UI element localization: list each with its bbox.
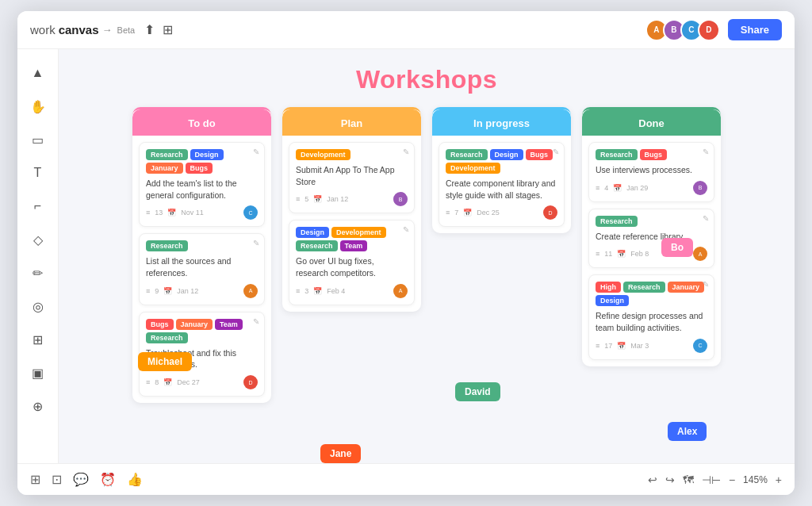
zoom-out-icon[interactable]: − — [729, 473, 735, 486]
card-text: Create reference library. — [596, 231, 707, 243]
date-icon: 📅 — [163, 287, 172, 295]
kanban-board: To do ✎ Research Design January Bugs Add — [117, 107, 737, 463]
tool-grid[interactable]: ⊞ — [24, 325, 52, 354]
header: workcanvas → Beta ⬆ ⊞ A B C D Share — [17, 11, 795, 49]
count: 7 — [454, 209, 458, 217]
card-edit-icon[interactable]: ✎ — [253, 239, 259, 247]
like-icon[interactable]: 👍 — [127, 472, 143, 487]
tag-design: Design — [190, 149, 224, 160]
card-edit-icon[interactable]: ✎ — [253, 148, 259, 156]
tool-line[interactable]: ⌐ — [24, 192, 52, 220]
card-avatar: D — [543, 205, 557, 220]
grid-tool-icon[interactable]: ⊞ — [30, 472, 40, 487]
card[interactable]: ✎ High Research January Design Refine de… — [588, 274, 714, 359]
bottom-right-tools: ↩ ↪ 🗺 ⊣⊢ − 145% + — [648, 473, 782, 486]
card-tags: Research — [596, 216, 707, 227]
card-tags: Design Development Research Team — [296, 227, 408, 251]
card-avatar: A — [693, 247, 707, 261]
tag-bugs: Bugs — [526, 149, 553, 160]
lines-icon: ≡ — [146, 378, 150, 386]
card[interactable]: ✎ Research Design January Bugs Add the t… — [139, 142, 265, 227]
card-edit-icon[interactable]: ✎ — [403, 225, 409, 234]
tool-pointer[interactable]: ▲ — [24, 59, 52, 87]
left-toolbar: ▲ ✋ ▭ T ⌐ ◇ ✏ ◎ ⊞ ▣ ⊕ — [17, 49, 59, 463]
card[interactable]: ✎ Research Design Bugs Development Creat… — [439, 142, 565, 227]
tag-bugs: Bugs — [640, 149, 668, 160]
date-icon: 📅 — [313, 287, 322, 295]
card-avatar: A — [393, 284, 408, 298]
header-icons: ⬆ ⊞ — [144, 22, 173, 37]
redo-icon[interactable]: ↪ — [665, 473, 675, 486]
card[interactable]: ✎ Research Create reference library. ≡ 1… — [588, 209, 714, 269]
tag-bugs: Bugs — [186, 163, 213, 174]
tag-january: January — [146, 163, 183, 174]
tool-diamond[interactable]: ◇ — [24, 225, 52, 254]
card-tags: Research Bugs — [596, 149, 707, 160]
tag-development: Development — [296, 149, 350, 160]
date: Jan 12 — [177, 287, 198, 295]
present-icon[interactable]: ⊡ — [52, 472, 62, 487]
count: 9 — [155, 287, 159, 295]
map-icon[interactable]: 🗺 — [683, 473, 694, 486]
card-edit-icon[interactable]: ✎ — [253, 317, 259, 326]
lines-icon: ≡ — [296, 287, 300, 295]
count: 17 — [604, 342, 612, 350]
tool-rectangle[interactable]: ▭ — [24, 125, 52, 154]
date: Mar 3 — [630, 342, 649, 350]
date-icon: 📅 — [617, 250, 626, 258]
card-text: Troubleshoot and fix this month's bugs. — [146, 347, 258, 370]
timer-icon[interactable]: ⏰ — [100, 472, 116, 487]
user-avatars: A B C D — [645, 19, 720, 41]
count: 3 — [304, 287, 308, 295]
card-edit-icon[interactable]: ✎ — [703, 214, 709, 223]
card-text: Submit An App To The App Store — [296, 164, 408, 187]
column-inprogress: In progress ✎ Research Design Bugs Devel… — [432, 107, 571, 233]
upload-icon[interactable]: ⬆ — [144, 22, 155, 37]
date: Nov 11 — [181, 209, 204, 217]
bottom-left-tools: ⊞ ⊡ 💬 ⏰ 👍 — [30, 472, 143, 487]
tool-add[interactable]: ⊕ — [24, 392, 52, 420]
undo-icon[interactable]: ↩ — [648, 473, 657, 486]
card-avatar: B — [393, 192, 408, 206]
tool-pen[interactable]: ✏ — [24, 259, 52, 287]
tool-hand[interactable]: ✋ — [24, 92, 52, 121]
lines-icon: ≡ — [446, 209, 450, 217]
date-icon: 📅 — [463, 209, 472, 217]
lines-icon: ≡ — [596, 342, 599, 350]
tool-image[interactable]: ▣ — [24, 358, 52, 387]
col-plan-body: ✎ Development Submit An App To The App S… — [282, 136, 421, 312]
card[interactable]: ✎ Design Development Research Team Go ov… — [289, 220, 415, 305]
logo-beta-text: Beta — [117, 25, 136, 35]
date-icon: 📅 — [313, 195, 322, 203]
fit-icon[interactable]: ⊣⊢ — [702, 473, 721, 486]
lines-icon: ≡ — [596, 184, 599, 192]
card-text: Add the team's list to the general confi… — [146, 178, 258, 201]
tag-research: Research — [596, 216, 638, 227]
zoom-in-icon[interactable]: + — [776, 473, 782, 486]
card[interactable]: ✎ Development Submit An App To The App S… — [289, 142, 415, 213]
card-edit-icon[interactable]: ✎ — [703, 280, 709, 289]
column-done: Done ✎ Research Bugs Use interviews proc… — [582, 107, 721, 366]
card-footer: ≡ 8 📅 Dec 27 D — [146, 375, 258, 389]
col-done-header: Done — [582, 109, 721, 136]
card-edit-icon[interactable]: ✎ — [703, 148, 709, 156]
tag-research: Research — [596, 149, 638, 160]
col-plan-header: Plan — [282, 109, 421, 136]
share-button[interactable]: Share — [728, 19, 782, 40]
card-edit-icon[interactable]: ✎ — [403, 148, 409, 156]
tool-text[interactable]: T — [24, 159, 52, 187]
grid-icon[interactable]: ⊞ — [163, 22, 173, 37]
comment-icon[interactable]: 💬 — [73, 472, 89, 487]
card[interactable]: ✎ Research List all the sources and refe… — [139, 233, 265, 305]
date: Dec 25 — [477, 209, 500, 217]
card[interactable]: ✎ Bugs January Team Research Troubleshoo… — [139, 312, 265, 397]
app-window: workcanvas → Beta ⬆ ⊞ A B C D Share ▲ ✋ … — [17, 11, 795, 495]
header-right: A B C D Share — [645, 19, 782, 41]
tool-circle[interactable]: ◎ — [24, 292, 52, 320]
card-edit-icon[interactable]: ✎ — [553, 148, 559, 156]
lines-icon: ≡ — [146, 287, 150, 295]
logo-canvas-text: canvas — [59, 23, 99, 36]
card[interactable]: ✎ Research Bugs Use interviews processes… — [588, 142, 714, 202]
card-footer: ≡ 4 📅 Jan 29 B — [596, 181, 707, 195]
tag-development: Development — [446, 163, 500, 174]
